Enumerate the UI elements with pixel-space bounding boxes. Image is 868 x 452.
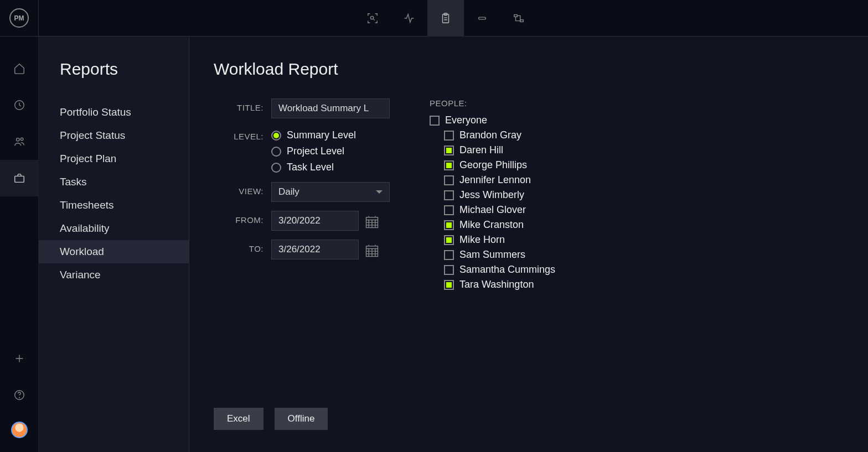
svg-point-11 [19, 397, 19, 398]
radio-dot-icon [271, 147, 281, 157]
level-radio-0[interactable]: Summary Level [271, 129, 356, 141]
home-icon[interactable] [0, 50, 39, 87]
checkbox-icon [430, 116, 440, 126]
sidebar-item-portfolio-status[interactable]: Portfolio Status [39, 101, 189, 124]
main: Reports Portfolio StatusProject StatusPr… [0, 37, 868, 452]
svg-rect-4 [514, 14, 518, 17]
level-label: LEVEL: [214, 127, 264, 141]
svg-rect-5 [520, 19, 524, 22]
people-name: Mike Cranston [459, 219, 524, 231]
svg-rect-9 [14, 176, 24, 182]
sidebar-item-workload[interactable]: Workload [39, 240, 189, 263]
people-name: Jess Wimberly [459, 189, 524, 201]
people-name: Sam Summers [459, 249, 525, 261]
radio-label: Task Level [287, 162, 334, 173]
people-name: Jennifer Lennon [459, 174, 531, 186]
checkbox-icon [444, 146, 454, 155]
people-name: Daren Hill [459, 144, 503, 156]
people-item-3[interactable]: Jennifer Lennon [444, 174, 555, 186]
people-item-0[interactable]: Brandon Gray [444, 129, 555, 141]
sidebar-item-project-status[interactable]: Project Status [39, 124, 189, 147]
logo[interactable]: PM [9, 8, 29, 28]
chevron-down-icon [376, 190, 383, 194]
people-name: Samantha Cummings [459, 264, 555, 276]
sidebar-item-tasks[interactable]: Tasks [39, 170, 189, 194]
excel-button[interactable]: Excel [214, 408, 264, 430]
scan-icon[interactable] [354, 0, 391, 37]
checkbox-icon [444, 220, 454, 230]
content: Workload Report TITLE: LEVEL: Summary Le… [189, 37, 868, 452]
clipboard-icon[interactable] [427, 0, 464, 37]
to-label: TO: [214, 240, 264, 253]
people-name: Michael Glover [459, 204, 526, 216]
view-value: Daily [278, 186, 299, 198]
people-item-9[interactable]: Samantha Cummings [444, 264, 555, 276]
sidebar: Reports Portfolio StatusProject StatusPr… [39, 37, 189, 452]
title-label: TITLE: [214, 98, 264, 112]
level-radio-2[interactable]: Task Level [271, 162, 356, 173]
people-item-4[interactable]: Jess Wimberly [444, 189, 555, 201]
people-icon[interactable] [0, 123, 39, 160]
sidebar-title: Reports [39, 60, 189, 79]
people-everyone[interactable]: Everyone [430, 115, 555, 126]
checkbox-icon [444, 280, 454, 290]
people-name: Mike Horn [459, 234, 505, 246]
people-item-1[interactable]: Daren Hill [444, 144, 555, 156]
radio-dot-icon [271, 163, 281, 173]
calendar-icon[interactable] [364, 214, 380, 230]
people-item-6[interactable]: Mike Cranston [444, 219, 555, 231]
checkbox-icon [444, 250, 454, 260]
from-label: FROM: [214, 211, 264, 225]
radio-label: Summary Level [287, 129, 356, 141]
link-icon[interactable] [464, 0, 500, 37]
people-item-7[interactable]: Mike Horn [444, 234, 555, 246]
radio-dot-icon [271, 131, 281, 141]
sidebar-item-timesheets[interactable]: Timesheets [39, 194, 189, 217]
svg-rect-3 [479, 17, 486, 19]
activity-icon[interactable] [391, 0, 427, 37]
header: PM [0, 0, 868, 37]
from-input[interactable] [271, 211, 359, 231]
form-column: TITLE: LEVEL: Summary LevelProject Level… [214, 98, 390, 294]
sidebar-item-variance[interactable]: Variance [39, 263, 189, 287]
offline-button[interactable]: Offline [275, 408, 328, 430]
header-tabs [354, 0, 537, 37]
view-label: VIEW: [214, 182, 264, 196]
calendar-icon[interactable] [364, 243, 380, 258]
people-name: Tara Washington [459, 279, 534, 290]
help-icon[interactable] [0, 377, 39, 413]
flow-icon[interactable] [500, 0, 537, 37]
checkbox-icon [444, 205, 454, 215]
title-input[interactable] [271, 98, 390, 118]
checkbox-icon [444, 190, 454, 200]
checkbox-icon [444, 235, 454, 245]
people-item-2[interactable]: George Phillips [444, 159, 555, 171]
sidebar-item-project-plan[interactable]: Project Plan [39, 147, 189, 170]
svg-point-7 [16, 138, 19, 142]
people-name: Brandon Gray [459, 129, 521, 141]
checkbox-icon [444, 131, 454, 141]
people-item-5[interactable]: Michael Glover [444, 204, 555, 216]
briefcase-icon[interactable] [0, 160, 39, 196]
view-select[interactable]: Daily [271, 182, 390, 202]
logo-cell: PM [0, 0, 39, 37]
checkbox-icon [444, 160, 454, 170]
left-rail [0, 37, 39, 452]
page-title: Workload Report [214, 60, 846, 79]
level-radio-1[interactable]: Project Level [271, 146, 356, 157]
people-item-10[interactable]: Tara Washington [444, 279, 555, 290]
sidebar-item-availability[interactable]: Availability [39, 217, 189, 240]
people-column: PEOPLE: EveryoneBrandon GrayDaren HillGe… [430, 98, 555, 294]
checkbox-icon [444, 175, 454, 185]
svg-point-0 [370, 16, 374, 19]
people-name: George Phillips [459, 159, 527, 171]
avatar[interactable] [11, 422, 28, 438]
checkbox-icon [444, 265, 454, 275]
clock-icon[interactable] [0, 87, 39, 123]
plus-icon[interactable] [0, 340, 39, 377]
people-item-8[interactable]: Sam Summers [444, 249, 555, 261]
people-label: PEOPLE: [430, 98, 555, 108]
to-input[interactable] [271, 240, 359, 259]
people-label-text: Everyone [445, 115, 487, 126]
radio-label: Project Level [287, 146, 344, 157]
